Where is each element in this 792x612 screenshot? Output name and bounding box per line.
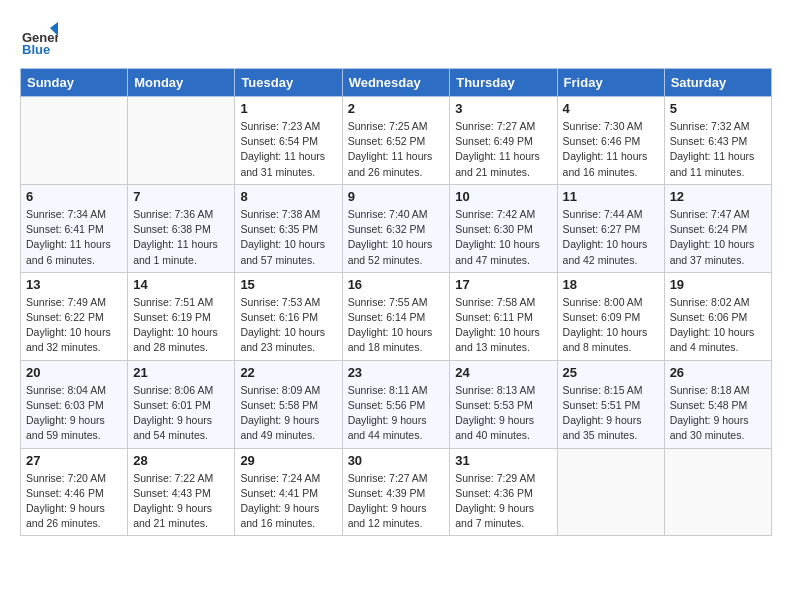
day-number: 3 (455, 101, 551, 116)
day-cell: 18Sunrise: 8:00 AM Sunset: 6:09 PM Dayli… (557, 272, 664, 360)
week-row-5: 27Sunrise: 7:20 AM Sunset: 4:46 PM Dayli… (21, 448, 772, 536)
day-number: 13 (26, 277, 122, 292)
weekday-header-thursday: Thursday (450, 69, 557, 97)
page-header: General Blue (20, 20, 772, 58)
day-cell: 8Sunrise: 7:38 AM Sunset: 6:35 PM Daylig… (235, 184, 342, 272)
day-cell: 6Sunrise: 7:34 AM Sunset: 6:41 PM Daylig… (21, 184, 128, 272)
day-info: Sunrise: 7:27 AM Sunset: 6:49 PM Dayligh… (455, 119, 551, 180)
day-number: 7 (133, 189, 229, 204)
day-cell: 28Sunrise: 7:22 AM Sunset: 4:43 PM Dayli… (128, 448, 235, 536)
day-info: Sunrise: 8:18 AM Sunset: 5:48 PM Dayligh… (670, 383, 766, 444)
weekday-header-row: SundayMondayTuesdayWednesdayThursdayFrid… (21, 69, 772, 97)
day-info: Sunrise: 8:13 AM Sunset: 5:53 PM Dayligh… (455, 383, 551, 444)
day-number: 17 (455, 277, 551, 292)
day-cell: 2Sunrise: 7:25 AM Sunset: 6:52 PM Daylig… (342, 97, 450, 185)
day-number: 20 (26, 365, 122, 380)
week-row-2: 6Sunrise: 7:34 AM Sunset: 6:41 PM Daylig… (21, 184, 772, 272)
week-row-3: 13Sunrise: 7:49 AM Sunset: 6:22 PM Dayli… (21, 272, 772, 360)
day-cell: 24Sunrise: 8:13 AM Sunset: 5:53 PM Dayli… (450, 360, 557, 448)
week-row-4: 20Sunrise: 8:04 AM Sunset: 6:03 PM Dayli… (21, 360, 772, 448)
day-number: 24 (455, 365, 551, 380)
weekday-header-monday: Monday (128, 69, 235, 97)
day-info: Sunrise: 7:24 AM Sunset: 4:41 PM Dayligh… (240, 471, 336, 532)
day-cell: 22Sunrise: 8:09 AM Sunset: 5:58 PM Dayli… (235, 360, 342, 448)
day-info: Sunrise: 8:15 AM Sunset: 5:51 PM Dayligh… (563, 383, 659, 444)
day-number: 31 (455, 453, 551, 468)
day-info: Sunrise: 7:23 AM Sunset: 6:54 PM Dayligh… (240, 119, 336, 180)
day-number: 1 (240, 101, 336, 116)
day-cell: 29Sunrise: 7:24 AM Sunset: 4:41 PM Dayli… (235, 448, 342, 536)
day-cell: 5Sunrise: 7:32 AM Sunset: 6:43 PM Daylig… (664, 97, 771, 185)
day-info: Sunrise: 7:32 AM Sunset: 6:43 PM Dayligh… (670, 119, 766, 180)
day-cell: 27Sunrise: 7:20 AM Sunset: 4:46 PM Dayli… (21, 448, 128, 536)
day-cell: 16Sunrise: 7:55 AM Sunset: 6:14 PM Dayli… (342, 272, 450, 360)
day-cell (664, 448, 771, 536)
day-cell: 30Sunrise: 7:27 AM Sunset: 4:39 PM Dayli… (342, 448, 450, 536)
day-cell: 1Sunrise: 7:23 AM Sunset: 6:54 PM Daylig… (235, 97, 342, 185)
day-info: Sunrise: 8:06 AM Sunset: 6:01 PM Dayligh… (133, 383, 229, 444)
day-info: Sunrise: 7:47 AM Sunset: 6:24 PM Dayligh… (670, 207, 766, 268)
day-number: 15 (240, 277, 336, 292)
day-info: Sunrise: 8:09 AM Sunset: 5:58 PM Dayligh… (240, 383, 336, 444)
day-number: 5 (670, 101, 766, 116)
day-number: 18 (563, 277, 659, 292)
day-info: Sunrise: 8:00 AM Sunset: 6:09 PM Dayligh… (563, 295, 659, 356)
day-info: Sunrise: 8:11 AM Sunset: 5:56 PM Dayligh… (348, 383, 445, 444)
day-number: 10 (455, 189, 551, 204)
day-cell: 20Sunrise: 8:04 AM Sunset: 6:03 PM Dayli… (21, 360, 128, 448)
day-info: Sunrise: 7:51 AM Sunset: 6:19 PM Dayligh… (133, 295, 229, 356)
day-cell: 4Sunrise: 7:30 AM Sunset: 6:46 PM Daylig… (557, 97, 664, 185)
day-number: 11 (563, 189, 659, 204)
day-cell (557, 448, 664, 536)
day-number: 19 (670, 277, 766, 292)
day-info: Sunrise: 8:04 AM Sunset: 6:03 PM Dayligh… (26, 383, 122, 444)
day-number: 21 (133, 365, 229, 380)
day-number: 28 (133, 453, 229, 468)
day-info: Sunrise: 7:29 AM Sunset: 4:36 PM Dayligh… (455, 471, 551, 532)
day-cell: 14Sunrise: 7:51 AM Sunset: 6:19 PM Dayli… (128, 272, 235, 360)
day-cell: 12Sunrise: 7:47 AM Sunset: 6:24 PM Dayli… (664, 184, 771, 272)
day-cell: 17Sunrise: 7:58 AM Sunset: 6:11 PM Dayli… (450, 272, 557, 360)
weekday-header-wednesday: Wednesday (342, 69, 450, 97)
week-row-1: 1Sunrise: 7:23 AM Sunset: 6:54 PM Daylig… (21, 97, 772, 185)
day-cell: 31Sunrise: 7:29 AM Sunset: 4:36 PM Dayli… (450, 448, 557, 536)
day-cell: 7Sunrise: 7:36 AM Sunset: 6:38 PM Daylig… (128, 184, 235, 272)
weekday-header-saturday: Saturday (664, 69, 771, 97)
day-info: Sunrise: 7:22 AM Sunset: 4:43 PM Dayligh… (133, 471, 229, 532)
day-info: Sunrise: 7:55 AM Sunset: 6:14 PM Dayligh… (348, 295, 445, 356)
weekday-header-tuesday: Tuesday (235, 69, 342, 97)
weekday-header-sunday: Sunday (21, 69, 128, 97)
day-number: 26 (670, 365, 766, 380)
day-info: Sunrise: 8:02 AM Sunset: 6:06 PM Dayligh… (670, 295, 766, 356)
day-info: Sunrise: 7:25 AM Sunset: 6:52 PM Dayligh… (348, 119, 445, 180)
logo: General Blue (20, 20, 62, 58)
day-number: 16 (348, 277, 445, 292)
day-number: 8 (240, 189, 336, 204)
day-cell (128, 97, 235, 185)
day-info: Sunrise: 7:34 AM Sunset: 6:41 PM Dayligh… (26, 207, 122, 268)
day-info: Sunrise: 7:30 AM Sunset: 6:46 PM Dayligh… (563, 119, 659, 180)
day-info: Sunrise: 7:58 AM Sunset: 6:11 PM Dayligh… (455, 295, 551, 356)
day-number: 4 (563, 101, 659, 116)
day-info: Sunrise: 7:49 AM Sunset: 6:22 PM Dayligh… (26, 295, 122, 356)
day-number: 2 (348, 101, 445, 116)
day-cell: 3Sunrise: 7:27 AM Sunset: 6:49 PM Daylig… (450, 97, 557, 185)
day-number: 30 (348, 453, 445, 468)
day-cell: 15Sunrise: 7:53 AM Sunset: 6:16 PM Dayli… (235, 272, 342, 360)
day-number: 6 (26, 189, 122, 204)
day-info: Sunrise: 7:44 AM Sunset: 6:27 PM Dayligh… (563, 207, 659, 268)
day-cell: 11Sunrise: 7:44 AM Sunset: 6:27 PM Dayli… (557, 184, 664, 272)
day-cell: 26Sunrise: 8:18 AM Sunset: 5:48 PM Dayli… (664, 360, 771, 448)
day-cell: 21Sunrise: 8:06 AM Sunset: 6:01 PM Dayli… (128, 360, 235, 448)
day-cell: 25Sunrise: 8:15 AM Sunset: 5:51 PM Dayli… (557, 360, 664, 448)
day-number: 27 (26, 453, 122, 468)
day-info: Sunrise: 7:38 AM Sunset: 6:35 PM Dayligh… (240, 207, 336, 268)
calendar-table: SundayMondayTuesdayWednesdayThursdayFrid… (20, 68, 772, 536)
day-cell: 13Sunrise: 7:49 AM Sunset: 6:22 PM Dayli… (21, 272, 128, 360)
day-number: 29 (240, 453, 336, 468)
weekday-header-friday: Friday (557, 69, 664, 97)
day-info: Sunrise: 7:40 AM Sunset: 6:32 PM Dayligh… (348, 207, 445, 268)
day-info: Sunrise: 7:42 AM Sunset: 6:30 PM Dayligh… (455, 207, 551, 268)
day-cell (21, 97, 128, 185)
day-number: 22 (240, 365, 336, 380)
